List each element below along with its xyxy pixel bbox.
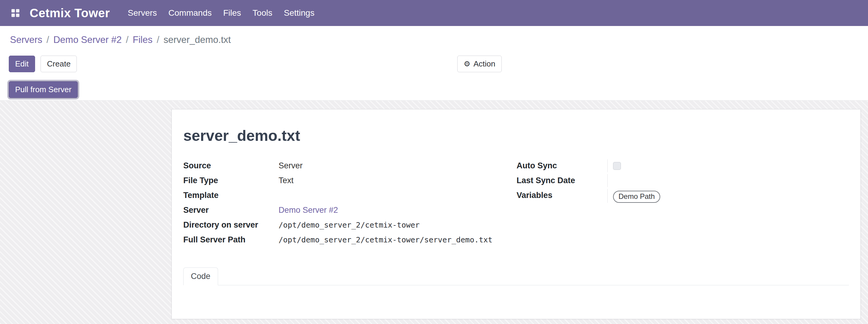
field-value-variables: Demo Path <box>607 189 849 203</box>
brand-title[interactable]: Cetmix Tower <box>30 6 110 20</box>
breadcrumb-separator: / <box>157 34 159 45</box>
apps-grid-icon <box>11 8 20 18</box>
navbar-menu: ServersCommandsFilesToolsSettings <box>122 0 320 26</box>
field-label-source: Source <box>183 159 279 170</box>
primary-actions-row: Edit Create ⚙Action <box>0 56 868 72</box>
field-group-left: SourceServerFile TypeTextTemplateServerD… <box>183 159 512 248</box>
action-menu-button[interactable]: ⚙Action <box>457 56 502 72</box>
field-label-server: Server <box>183 204 279 215</box>
server-link[interactable]: Demo Server #2 <box>279 205 338 215</box>
demo-path-tag[interactable]: Demo Path <box>613 191 660 203</box>
field-row-template: Template <box>183 189 512 204</box>
action-menu-label: Action <box>473 59 495 68</box>
navbar-item-files[interactable]: Files <box>217 0 247 26</box>
field-label-file-type: File Type <box>183 174 279 185</box>
content-area: server_demo.txt SourceServerFile TypeTex… <box>0 101 868 324</box>
navbar-item-settings[interactable]: Settings <box>278 0 320 26</box>
breadcrumb: Servers/Demo Server #2/Files/server_demo… <box>0 26 868 50</box>
field-value-template <box>279 189 512 202</box>
field-value-directory-on-server: /opt/demo_server_2/cetmix-tower <box>279 219 512 231</box>
field-row-server: ServerDemo Server #2 <box>183 204 512 219</box>
field-row-auto-sync: Auto Sync <box>517 159 849 174</box>
form-sheet: server_demo.txt SourceServerFile TypeTex… <box>172 109 861 319</box>
field-group-right: Auto SyncLast Sync DateVariablesDemo Pat… <box>517 159 849 204</box>
breadcrumb-link-files[interactable]: Files <box>133 34 152 45</box>
field-value-source: Server <box>279 159 512 172</box>
directory-on-server-value: /opt/demo_server_2/cetmix-tower <box>279 221 420 229</box>
field-label-template: Template <box>183 189 279 200</box>
notebook-tabs: Code <box>183 267 849 285</box>
pull-from-server-button[interactable]: Pull from Server <box>9 81 78 98</box>
field-label-auto-sync: Auto Sync <box>517 159 607 170</box>
field-label-full-server-path: Full Server Path <box>183 233 279 245</box>
tab-code[interactable]: Code <box>183 267 218 285</box>
full-server-path-value: /opt/demo_server_2/cetmix-tower/server_d… <box>279 235 492 244</box>
custom-actions-row: Pull from Server <box>0 81 868 98</box>
page-title: server_demo.txt <box>183 127 849 144</box>
field-row-last-sync-date: Last Sync Date <box>517 174 849 189</box>
create-button[interactable]: Create <box>40 56 77 72</box>
field-row-full-server-path: Full Server Path/opt/demo_server_2/cetmi… <box>183 233 512 248</box>
control-panel: Servers/Demo Server #2/Files/server_demo… <box>0 26 868 101</box>
field-value-server: Demo Server #2 <box>279 204 512 217</box>
breadcrumb-link-demo-server-2[interactable]: Demo Server #2 <box>53 34 122 45</box>
navbar-item-commands[interactable]: Commands <box>163 0 217 26</box>
edit-button[interactable]: Edit <box>9 56 35 72</box>
field-value-auto-sync <box>607 159 849 172</box>
source-value: Server <box>279 161 303 170</box>
top-navbar: Cetmix Tower ServersCommandsFilesToolsSe… <box>0 0 868 26</box>
breadcrumb-link-servers[interactable]: Servers <box>10 34 42 45</box>
file-type-value: Text <box>279 176 294 185</box>
field-label-variables: Variables <box>517 189 607 200</box>
breadcrumb-current: server_demo.txt <box>164 34 231 45</box>
auto-sync-checkbox[interactable] <box>613 162 621 170</box>
apps-menu-button[interactable] <box>8 6 22 20</box>
gear-icon: ⚙ <box>464 60 470 68</box>
field-row-variables: VariablesDemo Path <box>517 189 849 204</box>
field-groups: SourceServerFile TypeTextTemplateServerD… <box>183 159 849 248</box>
field-label-directory-on-server: Directory on server <box>183 219 279 230</box>
breadcrumb-separator: / <box>46 34 49 45</box>
field-label-last-sync-date: Last Sync Date <box>517 174 607 185</box>
field-value-full-server-path: /opt/demo_server_2/cetmix-tower/server_d… <box>279 233 512 246</box>
field-row-directory-on-server: Directory on server/opt/demo_server_2/ce… <box>183 219 512 233</box>
field-value-last-sync-date <box>607 174 849 187</box>
tab-content-code <box>183 285 849 319</box>
field-row-source: SourceServer <box>183 159 512 174</box>
navbar-item-servers[interactable]: Servers <box>122 0 162 26</box>
breadcrumb-separator: / <box>126 34 128 45</box>
navbar-item-tools[interactable]: Tools <box>247 0 278 26</box>
field-row-file-type: File TypeText <box>183 174 512 189</box>
field-value-file-type: Text <box>279 174 512 187</box>
